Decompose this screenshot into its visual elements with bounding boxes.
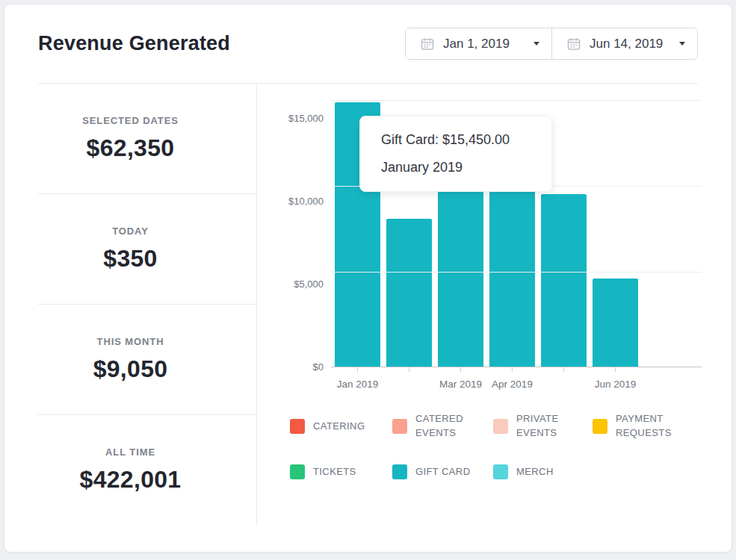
legend-swatch (493, 464, 508, 479)
legend-label: CATERING (313, 420, 377, 434)
x-axis-tick-label: Jun 2019 (593, 379, 638, 390)
legend-swatch (593, 419, 607, 434)
legend-item-payment-requests[interactable]: PAYMENT REQUESTS (593, 410, 680, 443)
tick-slot (335, 367, 380, 372)
x-axis-area: Jan 2019Mar 2019Apr 2019Jun 2019 (335, 367, 702, 390)
stat-label: ALL TIME (105, 447, 155, 458)
legend-item-merch[interactable]: MERCH (493, 455, 593, 488)
page-title: Revenue Generated (38, 32, 230, 55)
legend-item-catered-events[interactable]: CATERED EVENTS (392, 410, 493, 443)
x-axis-tick-label: Mar 2019 (438, 379, 483, 390)
axis-tick (615, 367, 616, 372)
stat-value: $350 (103, 245, 157, 273)
tick-slot (541, 367, 587, 372)
card-header: Revenue Generated Jan 1, 2019 (4, 4, 732, 83)
legend-item-tickets[interactable]: TICKETS (290, 455, 392, 488)
x-axis-label-row: Jan 2019Mar 2019Apr 2019Jun 2019 (335, 372, 702, 390)
end-date-label: Jun 14, 2019 (590, 37, 663, 52)
stat-selected-dates: SELECTED DATES $62,350 (4, 84, 256, 193)
chevron-down-icon (679, 42, 685, 46)
stat-this-month: THIS MONTH $9,050 (4, 305, 256, 414)
gridline (331, 272, 702, 273)
bar-apr-2019[interactable] (489, 186, 535, 367)
y-axis-tick-label: $10,000 (288, 195, 324, 208)
bar-feb-2019[interactable] (386, 219, 432, 367)
start-date-label: Jan 1, 2019 (443, 37, 510, 52)
stat-value: $62,350 (87, 134, 175, 162)
end-date-button[interactable]: Jun 14, 2019 (551, 28, 697, 59)
legend-swatch (493, 419, 508, 434)
stat-label: SELECTED DATES (82, 115, 179, 126)
legend-swatch (392, 464, 407, 479)
stat-all-time: ALL TIME $422,001 (4, 415, 256, 525)
bar-jun-2019[interactable] (593, 279, 638, 367)
legend-swatch (290, 464, 305, 479)
bar-may-2019[interactable] (541, 194, 587, 367)
stats-column: SELECTED DATES $62,350 TODAY $350 THIS M… (4, 84, 257, 526)
axis-tick (563, 367, 564, 372)
stat-label: TODAY (112, 225, 149, 237)
revenue-card: Revenue Generated Jan 1, 2019 (4, 4, 732, 553)
start-date-button[interactable]: Jan 1, 2019 (406, 28, 551, 59)
stat-today: TODAY $350 (4, 194, 256, 304)
legend-swatch (290, 419, 305, 434)
axis-tick (409, 367, 409, 372)
axis-tick (460, 367, 461, 372)
y-axis-labels: $0$5,000$10,000$15,000 (257, 106, 324, 367)
bar-mar-2019[interactable] (438, 181, 483, 367)
tick-slot (438, 367, 483, 372)
chart-legend: CATERINGCATERED EVENTSPRIVATE EVENTSPAYM… (290, 410, 680, 488)
tooltip-value: Gift Card: $15,450.00 (381, 126, 531, 154)
chart-panel: $0$5,000$10,000$15,000 Gift Card: $15,45… (257, 84, 732, 553)
tick-slot (489, 367, 535, 372)
legend-label: CATERED EVENTS (415, 412, 480, 441)
legend-label: MERCH (516, 465, 581, 479)
tooltip-period: January 2019 (381, 154, 531, 181)
legend-label: GIFT CARD (415, 465, 480, 479)
x-axis-tick-label (386, 379, 432, 390)
calendar-icon (567, 37, 581, 51)
axis-tick (512, 367, 513, 372)
gridline (331, 100, 702, 101)
tick-slot (386, 367, 432, 372)
chart-tooltip: Gift Card: $15,450.00 January 2019 (359, 116, 552, 192)
legend-label: PRIVATE EVENTS (516, 412, 581, 441)
stat-value: $422,001 (80, 466, 182, 494)
card-body: SELECTED DATES $62,350 TODAY $350 THIS M… (4, 84, 732, 553)
legend-label: TICKETS (313, 465, 377, 479)
x-axis-tick-label (541, 379, 587, 390)
legend-label: PAYMENT REQUESTS (616, 412, 680, 441)
legend-swatch (392, 419, 407, 434)
y-axis-tick-label: $5,000 (294, 278, 324, 291)
y-axis-tick-label: $0 (313, 361, 324, 374)
x-axis-tick-label: Jan 2019 (335, 379, 380, 390)
legend-item-private-events[interactable]: PRIVATE EVENTS (493, 410, 593, 443)
tick-slot (593, 367, 638, 372)
axis-tick (357, 367, 358, 372)
chevron-down-icon (534, 42, 539, 46)
stat-label: THIS MONTH (97, 336, 164, 347)
calendar-icon (421, 37, 434, 51)
legend-item-catering[interactable]: CATERING (290, 410, 392, 443)
date-range-picker: Jan 1, 2019 Jun 14, 2019 (405, 28, 698, 60)
x-axis-tick-label: Apr 2019 (489, 379, 535, 390)
y-axis-tick-label: $15,000 (288, 112, 324, 125)
stat-value: $9,050 (93, 355, 168, 383)
revenue-bar-chart: $0$5,000$10,000$15,000 Gift Card: $15,45… (257, 106, 703, 367)
legend-item-gift-card[interactable]: GIFT CARD (392, 455, 493, 488)
